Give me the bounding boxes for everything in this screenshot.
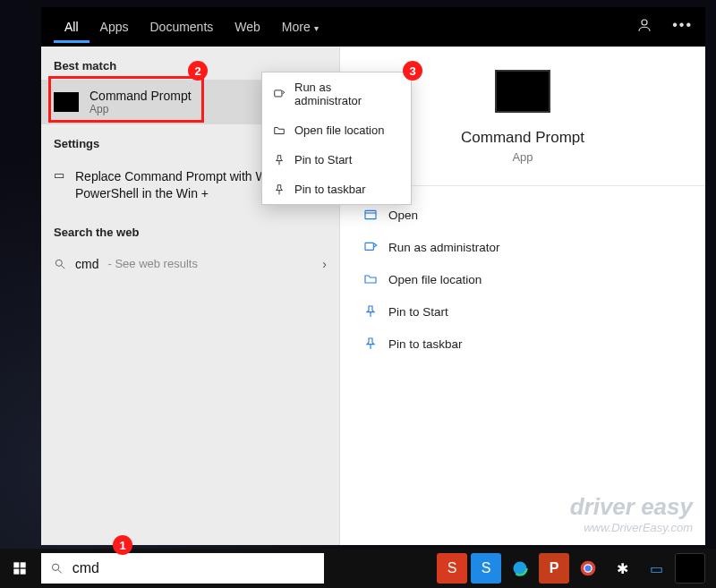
svg-line-2: [62, 266, 65, 269]
account-icon[interactable]: [636, 17, 652, 37]
web-hint-text: - See web results: [107, 257, 197, 270]
svg-rect-7: [275, 90, 282, 97]
folder-icon: [363, 272, 378, 286]
svg-point-1: [55, 260, 62, 266]
search-web-label: Search the web: [41, 213, 339, 246]
open-icon: [363, 208, 378, 222]
action-run-admin[interactable]: Run as administrator: [360, 231, 686, 263]
taskbar-search[interactable]: [41, 553, 324, 584]
pin-start-icon: [363, 304, 378, 319]
more-options-icon[interactable]: •••: [672, 17, 693, 37]
pin-taskbar-icon: [363, 337, 378, 351]
windows-logo-icon: [13, 561, 27, 575]
ctx-pin-start[interactable]: Pin to Start: [262, 145, 411, 175]
preview-title: Command Prompt: [461, 129, 584, 147]
svg-rect-11: [21, 562, 26, 567]
shield-icon: [363, 240, 378, 254]
settings-result-icon: ▭: [54, 168, 64, 182]
start-button[interactable]: [0, 549, 39, 588]
shield-icon: [273, 88, 286, 100]
tray-app-monitor[interactable]: ▭: [641, 553, 671, 584]
context-menu: Run as administrator Open file location …: [261, 72, 412, 205]
svg-point-0: [642, 20, 647, 25]
tray-app-generic-blue[interactable]: S: [471, 553, 501, 584]
chevron-right-icon: ›: [322, 257, 327, 271]
taskbar-tray: S S P ✱ ▭: [437, 553, 716, 584]
ctx-run-admin[interactable]: Run as administrator: [262, 72, 411, 115]
callout-badge-2: 2: [188, 61, 208, 81]
tab-more[interactable]: More▾: [271, 11, 329, 43]
tray-app-chrome[interactable]: [573, 553, 603, 584]
best-match-subtitle: App: [90, 103, 192, 115]
web-result[interactable]: cmd - See web results ›: [41, 246, 339, 282]
svg-rect-3: [365, 210, 376, 218]
tab-apps[interactable]: Apps: [90, 11, 140, 43]
svg-rect-12: [13, 569, 19, 575]
folder-icon: [273, 124, 286, 137]
command-prompt-icon-large: [495, 70, 550, 113]
action-pin-taskbar[interactable]: Pin to taskbar: [360, 328, 686, 360]
tab-documents[interactable]: Documents: [139, 11, 224, 43]
taskbar-search-input[interactable]: [72, 560, 315, 576]
tray-app-powerpoint[interactable]: P: [539, 553, 569, 584]
callout-badge-3: 3: [403, 61, 422, 81]
tray-app-cmd[interactable]: [675, 553, 705, 584]
svg-rect-13: [21, 569, 26, 575]
svg-line-15: [58, 570, 62, 574]
search-icon: [50, 561, 64, 575]
pin-taskbar-icon: [273, 183, 286, 196]
ctx-pin-taskbar[interactable]: Pin to taskbar: [262, 175, 411, 204]
preview-subtitle: App: [512, 150, 533, 164]
web-query-text: cmd: [75, 257, 98, 271]
tab-web[interactable]: Web: [224, 11, 271, 43]
pin-start-icon: [273, 154, 286, 166]
command-prompt-icon: [54, 92, 79, 112]
svg-rect-10: [13, 562, 19, 567]
tab-all[interactable]: All: [54, 11, 90, 43]
tray-app-slack[interactable]: ✱: [607, 553, 637, 584]
best-match-title: Command Prompt: [90, 89, 192, 103]
action-pin-start[interactable]: Pin to Start: [360, 295, 686, 328]
tray-app-snagit[interactable]: S: [437, 553, 467, 584]
search-scope-tabs: All Apps Documents Web More▾ •••: [41, 7, 705, 47]
action-open-location[interactable]: Open file location: [360, 263, 686, 295]
taskbar: S S P ✱ ▭: [0, 549, 716, 588]
svg-point-14: [52, 564, 58, 570]
search-icon: [54, 258, 66, 270]
tray-app-edge[interactable]: [505, 553, 535, 584]
callout-badge-1: 1: [113, 535, 132, 555]
ctx-open-location[interactable]: Open file location: [262, 115, 411, 145]
svg-rect-4: [365, 243, 373, 250]
